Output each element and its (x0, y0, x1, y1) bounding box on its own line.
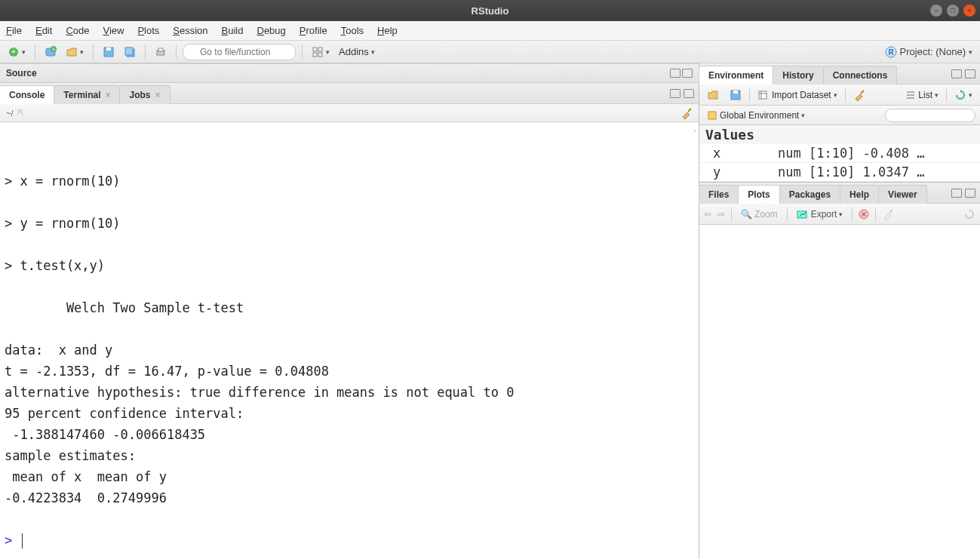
right-column: Environment History Connections Import D… (699, 63, 980, 559)
tab-help[interactable]: Help (840, 185, 879, 204)
scroll-up-icon[interactable]: ˄ (693, 124, 697, 145)
goto-file-function[interactable]: ➔ (183, 44, 296, 60)
clear-env-button[interactable] (850, 88, 868, 103)
project-menu[interactable]: R Project: (None) ▾ (882, 45, 975, 60)
env-row-y[interactable]: y num [1:10] 1.0347 … (699, 163, 980, 182)
r-project-icon: R (885, 46, 897, 58)
close-icon[interactable]: × (155, 90, 161, 100)
window-controls: – □ × (930, 5, 975, 17)
menu-session[interactable]: Session (173, 25, 207, 36)
remove-icon (859, 209, 869, 220)
open-folder-icon (707, 89, 719, 101)
tab-jobs[interactable]: Jobs× (119, 85, 170, 104)
maximize-button[interactable]: □ (947, 5, 959, 17)
refresh-icon (954, 89, 966, 101)
plot-prev-button[interactable]: ⇦ (704, 209, 711, 220)
grid-button[interactable]: ▾ (309, 45, 333, 60)
svg-line-32 (889, 210, 892, 213)
menu-help[interactable]: Help (377, 25, 398, 36)
tab-console[interactable]: Console (0, 85, 54, 104)
menu-view[interactable]: View (103, 25, 124, 36)
source-minimize-icon[interactable] (670, 69, 680, 78)
import-dataset-button[interactable]: Import Dataset ▾ (754, 88, 840, 103)
tab-terminal[interactable]: Terminal× (54, 85, 120, 104)
env-maximize-icon[interactable] (965, 69, 975, 78)
save-button[interactable] (100, 45, 118, 60)
plots-body (699, 225, 980, 559)
tab-packages[interactable]: Packages (779, 185, 840, 204)
close-icon[interactable]: × (105, 90, 110, 100)
env-row-x[interactable]: x num [1:10] -0.408 … (699, 144, 980, 163)
save-all-button[interactable] (121, 45, 139, 60)
tab-environment[interactable]: Environment (699, 66, 773, 84)
menu-code[interactable]: Code (66, 25, 89, 36)
plot-zoom-button[interactable]: 🔍 Zoom (738, 207, 781, 221)
save-icon (103, 46, 115, 58)
env-view-mode[interactable]: List ▾ (902, 88, 942, 102)
load-workspace-button[interactable] (704, 88, 722, 103)
plot-next-button[interactable]: ⇨ (717, 209, 725, 220)
plots-maximize-icon[interactable] (965, 189, 975, 198)
refresh-env-button[interactable]: ▾ (951, 88, 975, 103)
plot-refresh-button[interactable] (963, 208, 975, 220)
plots-minimize-icon[interactable] (951, 189, 962, 198)
console-maximize-icon[interactable] (684, 89, 694, 98)
tab-files[interactable]: Files (699, 185, 739, 204)
print-button[interactable] (152, 45, 170, 60)
cursor (22, 533, 23, 548)
menu-plots[interactable]: Plots (137, 25, 159, 36)
new-file-icon: + (8, 46, 20, 58)
save-icon (730, 89, 742, 101)
list-icon (905, 90, 916, 100)
project-plus-icon: + (45, 46, 57, 58)
menu-debug[interactable]: Debug (257, 25, 286, 36)
console-path-popout-icon[interactable]: ⇱ (17, 108, 24, 118)
console-minimize-icon[interactable] (670, 89, 680, 98)
new-file-button[interactable]: + ▾ (5, 45, 29, 60)
print-icon (155, 46, 167, 58)
menu-edit[interactable]: Edit (35, 25, 52, 36)
left-column: Source Console Terminal× Jobs× ~/ ⇱ (0, 63, 699, 559)
svg-rect-6 (106, 48, 111, 51)
svg-rect-20 (759, 91, 766, 99)
env-search[interactable]: 🔍 (885, 109, 975, 122)
console-output[interactable]: ˄ > x = rnorm(10) > y = rnorm(10) > t.te… (0, 122, 699, 559)
svg-text:+: + (52, 46, 56, 53)
menu-file[interactable]: File (6, 25, 22, 36)
save-workspace-button[interactable] (727, 88, 745, 103)
tab-viewer[interactable]: Viewer (878, 185, 926, 204)
plot-clear-button[interactable] (882, 208, 894, 220)
goto-input[interactable] (183, 44, 296, 60)
env-search-input[interactable] (885, 109, 975, 122)
svg-rect-13 (313, 53, 317, 57)
env-body: Values x num [1:10] -0.408 … y num [1:10… (699, 125, 980, 182)
source-pane-header: Source (0, 63, 699, 83)
env-scope-selector[interactable]: Global Environment ▾ (704, 109, 808, 122)
svg-rect-19 (733, 91, 738, 94)
plot-remove-button[interactable] (859, 209, 869, 220)
tab-history[interactable]: History (773, 66, 823, 84)
import-icon (757, 89, 770, 101)
menu-tools[interactable]: Tools (341, 25, 364, 36)
menu-build[interactable]: Build (222, 25, 244, 36)
tab-connections[interactable]: Connections (823, 66, 898, 84)
clear-console-icon[interactable] (680, 107, 693, 119)
window-titlebar: RStudio – □ × (0, 0, 980, 21)
refresh-icon (963, 208, 975, 220)
close-button[interactable]: × (963, 5, 975, 17)
source-maximize-icon[interactable] (682, 69, 693, 78)
console-prompt: > (5, 533, 12, 548)
svg-text:+: + (11, 48, 16, 56)
plots-toolbar: ⇦ ⇨ 🔍 Zoom Export ▾ (699, 204, 980, 225)
menu-profile[interactable]: Profile (300, 25, 327, 36)
env-scope-bar: Global Environment ▾ 🔍 (699, 106, 980, 125)
env-minimize-icon[interactable] (951, 69, 962, 78)
addins-button[interactable]: Addins ▾ (336, 45, 378, 59)
main-area: Source Console Terminal× Jobs× ~/ ⇱ (0, 63, 980, 559)
new-project-button[interactable]: + (41, 45, 60, 60)
tab-plots[interactable]: Plots (738, 185, 779, 204)
plot-export-button[interactable]: Export ▾ (794, 207, 846, 221)
env-values-heading: Values (699, 125, 980, 144)
minimize-button[interactable]: – (930, 5, 942, 17)
open-file-button[interactable]: ▾ (63, 45, 87, 60)
